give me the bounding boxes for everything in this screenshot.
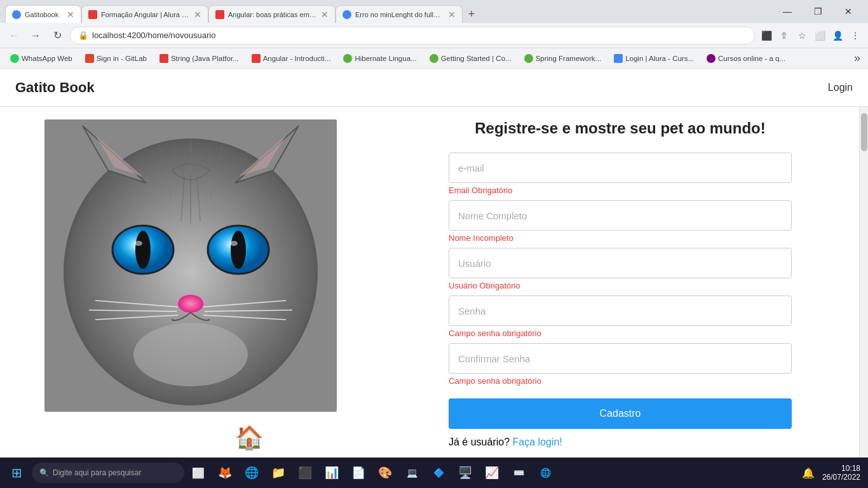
password-input[interactable] <box>449 295 792 326</box>
angular-favicon <box>252 54 261 63</box>
code-button[interactable]: 💻 <box>399 460 424 485</box>
share-button[interactable]: ⇧ <box>776 28 792 43</box>
home-icon-section: 🏠 <box>235 424 264 451</box>
taskview-icon: ⬜ <box>192 467 205 479</box>
app-logo: Gatito Book <box>15 79 95 96</box>
refresh-button[interactable]: ↻ <box>48 27 66 44</box>
page-content: Gatito Book Login <box>0 69 868 488</box>
tab-close-4[interactable]: ✕ <box>448 10 456 20</box>
tab-close-2[interactable]: ✕ <box>194 10 201 20</box>
bookmark-angular[interactable]: Angular - Introducti... <box>247 51 336 66</box>
firefox-button[interactable]: 🦊 <box>212 460 238 485</box>
paint-button[interactable]: 🎨 <box>372 460 398 485</box>
bookmark-cursos[interactable]: Cursos online - a q... <box>702 51 790 66</box>
tab-alura-formacao[interactable]: Formação Angular | Alura - Curs... ✕ <box>81 5 208 23</box>
forward-button[interactable]: → <box>27 27 44 44</box>
chart-button[interactable]: 📈 <box>479 460 505 485</box>
confirm-password-group: Campo senha obrigatório <box>449 343 792 386</box>
already-user-text: Já é usuário? Faça login! <box>449 437 792 448</box>
bookmark-label-whatsapp: WhatsApp Web <box>22 55 72 62</box>
taskbar-clock: 10:18 26/07/2022 <box>822 464 860 482</box>
bookmark-label-spring: Spring Framework... <box>536 55 602 62</box>
chrome-2-button[interactable]: 🌐 <box>532 460 558 485</box>
vscode-icon: ⌨️ <box>513 468 524 478</box>
tab-favicon-1 <box>12 10 21 19</box>
explorer-button[interactable]: 📁 <box>266 460 291 485</box>
login-nav-link[interactable]: Login <box>828 82 853 93</box>
bookmark-whatsapp[interactable]: WhatsApp Web <box>5 51 78 66</box>
home-icon[interactable]: 🏠 <box>235 424 264 451</box>
address-bar: ← → ↻ 🔒 localhost:4200/home/novousuario … <box>0 23 868 48</box>
confirm-password-input[interactable] <box>449 343 792 374</box>
firefox-icon: 🦊 <box>218 466 232 480</box>
tab-close-1[interactable]: ✕ <box>67 10 74 20</box>
start-button[interactable]: ⊞ <box>3 459 31 487</box>
bookmarks-more-button[interactable]: » <box>851 51 863 65</box>
alura-favicon <box>614 54 623 63</box>
maximize-button[interactable]: ❐ <box>803 0 832 23</box>
eclipse-button[interactable]: 🔷 <box>426 460 451 485</box>
vscode-button[interactable]: ⌨️ <box>506 460 531 485</box>
spring-favicon <box>524 54 533 63</box>
cat-svg <box>44 119 337 412</box>
tab-close-3[interactable]: ✕ <box>321 10 329 20</box>
close-button[interactable]: ✕ <box>834 0 863 23</box>
explorer-icon: 📁 <box>271 466 285 480</box>
tab-label-1: Gatitobook <box>25 11 63 18</box>
register-form: Email Obrigatório Nome Incompleto Usuári… <box>449 152 792 448</box>
email-error: Email Obrigatório <box>449 186 792 195</box>
taskbar-search[interactable]: 🔍 Digite aqui para pesquisar <box>32 463 184 483</box>
lock-icon: 🔒 <box>78 30 88 40</box>
bookmark-hibernate[interactable]: Hibernate Lingua... <box>338 51 421 66</box>
current-time: 10:18 <box>822 464 860 473</box>
docs-button[interactable]: 📄 <box>346 460 371 485</box>
chrome-icon: 🌐 <box>245 466 259 480</box>
bookmark-getting-started[interactable]: Getting Started | Co... <box>424 51 517 66</box>
taskview-button[interactable]: ⬜ <box>186 460 211 485</box>
bookmark-alura-login[interactable]: Login | Alura - Curs... <box>609 51 699 66</box>
email-input[interactable] <box>449 152 792 183</box>
tab-gatitobook[interactable]: Gatitobook ✕ <box>5 5 81 23</box>
menu-button[interactable]: ⋮ <box>848 28 863 43</box>
profile-button[interactable]: 👤 <box>830 28 845 43</box>
tab-angular-boas[interactable]: Angular: boas práticas em arquit... ✕ <box>208 5 336 23</box>
notification-button[interactable]: 🔔 <box>799 464 817 482</box>
address-input[interactable]: 🔒 localhost:4200/home/novousuario <box>70 27 755 44</box>
svg-point-12 <box>135 231 151 269</box>
cursos-favicon <box>707 54 715 63</box>
email-group: Email Obrigatório <box>449 152 792 195</box>
bookmark-button[interactable]: ☆ <box>794 28 810 43</box>
extensions-button[interactable]: ⬛ <box>759 28 774 43</box>
bookmark-string[interactable]: String (Java Platfor... <box>154 51 244 66</box>
bookmark-label-hibernate: Hibernate Lingua... <box>355 55 416 62</box>
bookmark-label-gitlab: Sign in - GitLab <box>97 55 147 62</box>
bookmark-label-cursos: Cursos online - a q... <box>718 55 785 62</box>
getting-started-favicon <box>430 54 438 63</box>
scrollbar-thumb[interactable] <box>861 113 867 151</box>
bookmark-spring[interactable]: Spring Framework... <box>519 51 607 66</box>
faça-login-link[interactable]: Faça login! <box>513 437 562 447</box>
back-button[interactable]: ← <box>5 27 23 44</box>
zoom-button[interactable]: ⬜ <box>812 28 827 43</box>
app-navbar: Gatito Book Login <box>0 69 868 107</box>
cadastro-button[interactable]: Cadastro <box>449 398 792 429</box>
minimize-button[interactable]: — <box>773 0 802 23</box>
chart-icon: 📈 <box>485 466 499 480</box>
username-input[interactable] <box>449 248 792 278</box>
scrollbar[interactable] <box>859 107 868 488</box>
search-placeholder-text: Digite aqui para pesquisar <box>53 468 141 477</box>
window-controls: — ❐ ✕ <box>773 0 863 23</box>
chrome-button[interactable]: 🌐 <box>239 460 264 485</box>
confirm-error: Campo senha obrigatório <box>449 376 792 386</box>
sheets-icon: 📊 <box>325 466 339 480</box>
new-tab-button[interactable]: + <box>463 5 480 23</box>
tab-erro-fullname[interactable]: Erro no minLenght do fullName ✕ <box>336 5 463 23</box>
name-error: Nome Incompleto <box>449 233 792 243</box>
form-title: Registre-se e mostre seu pet ao mundo! <box>475 119 765 137</box>
monitor-button[interactable]: 🖥️ <box>452 460 478 485</box>
editor-1-button[interactable]: ⬛ <box>292 460 318 485</box>
bookmark-gitlab[interactable]: Sign in - GitLab <box>80 51 152 66</box>
name-input[interactable] <box>449 200 792 231</box>
tab-label-4: Erro no minLenght do fullName <box>355 11 444 18</box>
sheets-button[interactable]: 📊 <box>319 460 344 485</box>
